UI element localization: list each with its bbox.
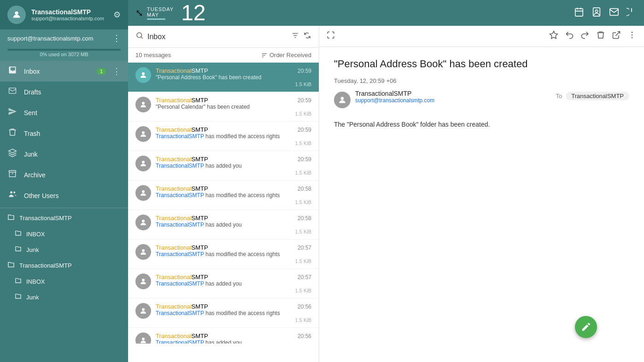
inbox-icon <box>7 65 18 77</box>
sender-avatar <box>135 97 151 112</box>
svg-rect-1 <box>9 88 16 93</box>
tree-item-junk2[interactable]: Junk <box>0 289 128 305</box>
reply-icon[interactable] <box>565 30 574 42</box>
sidebar-item-other-users[interactable]: Other Users <box>0 185 128 206</box>
table-row[interactable]: TransactionalSMTP 20:57 TransactionalSMT… <box>128 239 319 269</box>
inbox-label: Inbox <box>24 68 90 75</box>
search-input[interactable] <box>147 33 287 41</box>
message-size: 1.5 KiB <box>156 258 311 264</box>
power-icon[interactable] <box>626 7 637 19</box>
star-icon[interactable] <box>549 30 558 42</box>
table-row[interactable]: TransactionalSMTP 20:56 TransactionalSMT… <box>128 328 319 344</box>
message-size: 1.5 KiB <box>156 229 311 234</box>
email-meta: TransactionalSMTP support@transactionals… <box>334 90 629 108</box>
sidebar-item-drafts[interactable]: Drafts <box>0 82 128 102</box>
inbox-more-icon[interactable]: ⋮ <box>112 66 121 76</box>
table-row[interactable]: TransactionalSMTP 20:59 "Personal Addres… <box>128 63 319 92</box>
svg-point-23 <box>142 279 145 281</box>
message-time: 20:59 <box>298 97 311 104</box>
table-row[interactable]: TransactionalSMTP 20:59 "Personal Calend… <box>128 92 319 122</box>
svg-point-17 <box>142 102 145 105</box>
svg-rect-2 <box>9 170 16 172</box>
message-time: 20:59 <box>298 127 311 133</box>
more-icon[interactable] <box>627 30 637 42</box>
sidebar-item-trash[interactable]: Trash <box>0 123 128 144</box>
expand-detail-icon[interactable] <box>327 31 335 41</box>
email-date: Tuesday, 12, 20:59 +06 <box>334 77 629 84</box>
message-size: 1.5 KiB <box>156 140 311 146</box>
message-preview: TransactionalSMTP has added you <box>156 280 311 287</box>
date-block: TUESDAY MAY <box>147 6 174 20</box>
sender-email[interactable]: support@transactionalsmtp.com <box>355 97 434 104</box>
tree-label-inbox2: INBOX <box>26 278 45 285</box>
tree-item-junk1[interactable]: Junk <box>0 242 128 257</box>
account-row-email: support@transactionalsmtp.com <box>7 35 112 42</box>
sent-label: Sent <box>24 109 121 117</box>
sender-avatar <box>135 274 151 289</box>
filter-icon[interactable] <box>291 31 299 42</box>
refresh-icon[interactable] <box>303 31 311 42</box>
email-detail-toolbar <box>319 26 644 47</box>
svg-point-19 <box>142 161 145 163</box>
message-sender: TransactionalSMTP <box>156 185 208 192</box>
delete-icon[interactable] <box>596 30 605 42</box>
sidebar-header: TransactionalSMTP support@transactionals… <box>0 0 128 29</box>
tree-item-inbox1[interactable]: INBOX <box>0 226 128 242</box>
message-sender: TransactionalSMTP <box>156 67 208 74</box>
month: MAY <box>147 12 174 18</box>
open-external-icon[interactable] <box>612 30 621 42</box>
order-label[interactable]: Order Received <box>261 52 311 58</box>
message-preview: TransactionalSMTP has modified the acces… <box>156 251 311 257</box>
svg-point-20 <box>142 190 145 193</box>
svg-point-31 <box>341 97 344 100</box>
message-list-header <box>128 26 319 48</box>
message-size: 1.5 KiB <box>156 317 311 323</box>
day: 12 <box>181 2 205 24</box>
email-body: The "Personal Address Book" folder has b… <box>334 119 629 129</box>
account-email: support@transactionalsmtp.com <box>31 16 108 21</box>
svg-rect-5 <box>575 8 583 16</box>
calendar-icon[interactable] <box>574 7 584 19</box>
table-row[interactable]: TransactionalSMTP 20:56 TransactionalSMT… <box>128 298 319 328</box>
to-chip: TransactionalSMTP <box>566 92 629 100</box>
table-row[interactable]: TransactionalSMTP 20:59 TransactionalSMT… <box>128 151 319 181</box>
compose-button[interactable] <box>575 316 597 338</box>
message-sender: TransactionalSMTP <box>156 303 208 310</box>
sidebar-item-junk[interactable]: Junk <box>0 144 128 164</box>
folder-open-icon <box>7 214 15 222</box>
tree-item-inbox2[interactable]: INBOX <box>0 274 128 289</box>
svg-marker-26 <box>550 31 558 39</box>
message-time: 20:56 <box>298 304 311 310</box>
forward-icon[interactable] <box>580 30 590 42</box>
message-time: 20:59 <box>298 156 311 163</box>
tree-item-ts1[interactable]: TransactionalSMTP <box>0 210 128 226</box>
message-list: TransactionalSMTP 20:59 "Personal Addres… <box>128 63 319 344</box>
folder-icon-inbox1 <box>15 230 22 238</box>
svg-point-3 <box>10 191 12 193</box>
account-more-icon[interactable]: ⋮ <box>112 33 121 43</box>
table-row[interactable]: TransactionalSMTP 20:58 TransactionalSMT… <box>128 210 319 239</box>
message-count: 10 messages <box>135 52 171 58</box>
message-sender: TransactionalSMTP <box>156 126 208 133</box>
message-size: 1.5 KiB <box>156 82 311 87</box>
to-section: To TransactionalSMTP <box>556 92 629 100</box>
table-row[interactable]: TransactionalSMTP 20:59 TransactionalSMT… <box>128 122 319 151</box>
contacts-icon[interactable] <box>591 7 602 19</box>
tree-label-junk1: Junk <box>26 246 39 253</box>
mail-icon[interactable] <box>609 7 619 19</box>
sidebar-item-archive[interactable]: Archive <box>0 164 128 185</box>
sidebar-item-sent[interactable]: Sent <box>0 102 128 123</box>
sidebar-item-inbox[interactable]: Inbox 1 ⋮ <box>0 61 128 82</box>
sender-avatar <box>135 67 151 83</box>
table-row[interactable]: TransactionalSMTP 20:58 TransactionalSMT… <box>128 181 319 210</box>
message-sender: TransactionalSMTP <box>156 333 208 339</box>
message-sender: TransactionalSMTP <box>156 274 208 280</box>
tree-item-ts2[interactable]: TransactionalSMTP <box>0 257 128 274</box>
message-preview: TransactionalSMTP has added you <box>156 163 311 169</box>
table-row[interactable]: TransactionalSMTP 20:57 TransactionalSMT… <box>128 269 319 298</box>
gear-icon[interactable]: ⚙ <box>113 10 121 20</box>
other-users-label: Other Users <box>24 192 121 199</box>
drafts-label: Drafts <box>24 88 121 96</box>
other-users-icon <box>7 190 18 201</box>
expand-icon[interactable]: ⤡ <box>135 7 143 18</box>
